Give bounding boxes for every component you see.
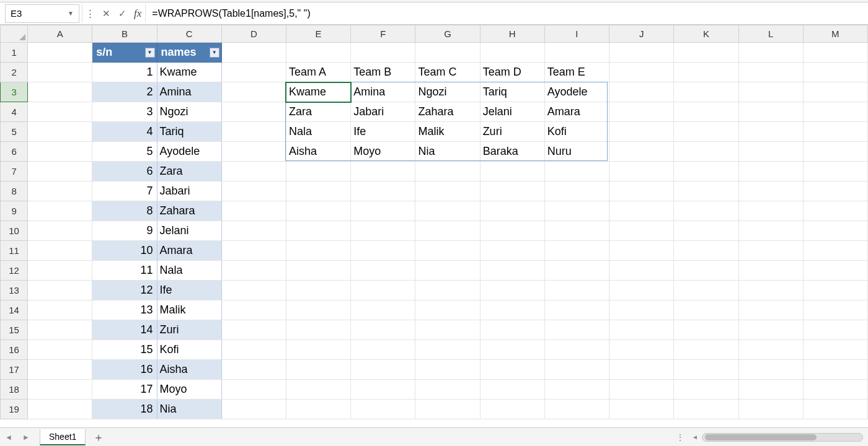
cell-K7[interactable]	[674, 162, 738, 181]
column-header-K[interactable]: K	[674, 25, 738, 43]
enter-icon[interactable]: ✓	[114, 4, 130, 23]
cell-M11[interactable]	[803, 241, 867, 261]
cell-G12[interactable]	[415, 261, 480, 281]
row-header-12[interactable]: 12	[1, 261, 28, 281]
cell-M15[interactable]	[803, 320, 867, 340]
cell-J2[interactable]	[609, 63, 674, 82]
cell-E19[interactable]	[286, 400, 350, 419]
cell-C3[interactable]: Amina	[157, 82, 221, 102]
tab-options-icon[interactable]: ⋮	[672, 432, 688, 442]
cell-B15[interactable]: 14	[92, 320, 157, 340]
cell-F7[interactable]	[351, 162, 415, 181]
cell-E8[interactable]	[286, 181, 350, 201]
cell-E13[interactable]	[286, 281, 350, 300]
cell-M5[interactable]	[803, 122, 867, 142]
cell-F3[interactable]: Amina	[351, 82, 415, 102]
cell-I11[interactable]	[544, 241, 609, 261]
horizontal-scrollbar[interactable]	[702, 433, 863, 442]
cell-C15[interactable]: Zuri	[157, 320, 221, 340]
cell-I19[interactable]	[544, 400, 609, 419]
cell-M19[interactable]	[803, 400, 867, 419]
column-header-A[interactable]: A	[28, 25, 92, 43]
cell-C1[interactable]: names▼	[157, 43, 221, 63]
cell-A11[interactable]	[28, 241, 92, 261]
column-header-C[interactable]: C	[157, 25, 221, 43]
cell-C7[interactable]: Zara	[157, 162, 221, 181]
cell-D1[interactable]	[221, 43, 286, 63]
cell-C8[interactable]: Jabari	[157, 181, 221, 201]
cell-B9[interactable]: 8	[92, 201, 157, 221]
cell-F19[interactable]	[351, 400, 415, 419]
cell-L9[interactable]	[738, 201, 803, 221]
row-header-3[interactable]: 3	[1, 82, 28, 102]
cell-D12[interactable]	[221, 261, 286, 281]
cell-L8[interactable]	[738, 181, 803, 201]
cell-G6[interactable]: Nia	[415, 142, 480, 162]
filter-icon[interactable]: ▼	[145, 48, 155, 58]
cell-M12[interactable]	[803, 261, 867, 281]
cell-M8[interactable]	[803, 181, 867, 201]
row-header-2[interactable]: 2	[1, 63, 28, 82]
cell-E1[interactable]	[286, 43, 350, 63]
cell-G10[interactable]	[415, 221, 480, 241]
cell-A15[interactable]	[28, 320, 92, 340]
cell-F9[interactable]	[351, 201, 415, 221]
cell-H12[interactable]	[480, 261, 544, 281]
cell-I5[interactable]: Kofi	[544, 122, 609, 142]
cell-M4[interactable]	[803, 102, 867, 122]
cell-K19[interactable]	[674, 400, 738, 419]
cell-K10[interactable]	[674, 221, 738, 241]
cell-L13[interactable]	[738, 281, 803, 300]
cell-F14[interactable]	[351, 300, 415, 320]
cell-E6[interactable]: Aisha	[286, 142, 350, 162]
cell-B14[interactable]: 13	[92, 300, 157, 320]
row-header-17[interactable]: 17	[1, 360, 28, 380]
row-header-5[interactable]: 5	[1, 122, 28, 142]
select-all-corner[interactable]	[1, 25, 28, 43]
cell-I6[interactable]: Nuru	[544, 142, 609, 162]
cell-L1[interactable]	[738, 43, 803, 63]
cell-K1[interactable]	[674, 43, 738, 63]
cell-E16[interactable]	[286, 340, 350, 360]
cell-J10[interactable]	[609, 221, 674, 241]
column-header-I[interactable]: I	[544, 25, 609, 43]
cell-J13[interactable]	[609, 281, 674, 300]
cell-I7[interactable]	[544, 162, 609, 181]
cell-D5[interactable]	[221, 122, 286, 142]
cell-F18[interactable]	[351, 380, 415, 400]
cell-K15[interactable]	[674, 320, 738, 340]
cell-F17[interactable]	[351, 360, 415, 380]
cell-J12[interactable]	[609, 261, 674, 281]
cell-J8[interactable]	[609, 181, 674, 201]
cell-B3[interactable]: 2	[92, 82, 157, 102]
cell-B7[interactable]: 6	[92, 162, 157, 181]
cell-E9[interactable]	[286, 201, 350, 221]
cell-B18[interactable]: 17	[92, 380, 157, 400]
cell-M1[interactable]	[803, 43, 867, 63]
cell-D17[interactable]	[221, 360, 286, 380]
row-header-8[interactable]: 8	[1, 181, 28, 201]
row-header-6[interactable]: 6	[1, 142, 28, 162]
cell-G9[interactable]	[415, 201, 480, 221]
cell-E18[interactable]	[286, 380, 350, 400]
cell-D8[interactable]	[221, 181, 286, 201]
cell-E11[interactable]	[286, 241, 350, 261]
cell-K8[interactable]	[674, 181, 738, 201]
row-header-9[interactable]: 9	[1, 201, 28, 221]
cell-M10[interactable]	[803, 221, 867, 241]
cell-A12[interactable]	[28, 261, 92, 281]
cell-L11[interactable]	[738, 241, 803, 261]
cell-D9[interactable]	[221, 201, 286, 221]
cell-M2[interactable]	[803, 63, 867, 82]
tab-prev-icon[interactable]: ◄	[0, 428, 17, 447]
cell-B1[interactable]: s/n▼	[92, 43, 157, 63]
cell-L19[interactable]	[738, 400, 803, 419]
cell-J15[interactable]	[609, 320, 674, 340]
cell-B16[interactable]: 15	[92, 340, 157, 360]
row-header-19[interactable]: 19	[1, 400, 28, 419]
sheet-tab[interactable]: Sheet1	[40, 429, 86, 445]
row-header-18[interactable]: 18	[1, 380, 28, 400]
cell-L15[interactable]	[738, 320, 803, 340]
cell-C5[interactable]: Tariq	[157, 122, 221, 142]
cell-I17[interactable]	[544, 360, 609, 380]
